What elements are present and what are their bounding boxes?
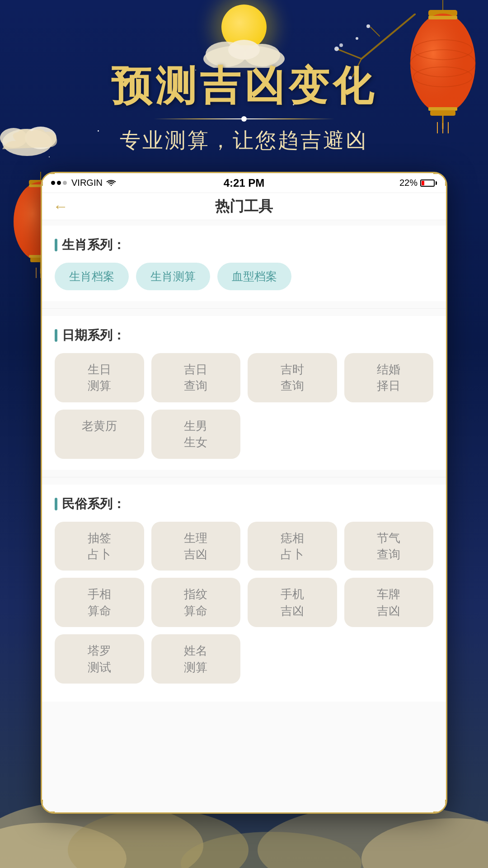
riqi-grid-row2: 老黄历 生男生女 <box>55 410 433 459</box>
minsu-empty-2 <box>344 634 434 684</box>
minsu-title: 民俗系列： <box>55 495 433 513</box>
status-right: 22% <box>399 178 437 188</box>
corner-bl <box>41 800 55 813</box>
corner-tl <box>41 172 55 186</box>
minsu-grid-row1: 抽签占卜 生理吉凶 痣相占卜 节气查询 <box>55 522 433 571</box>
minsu-title-text: 民俗系列： <box>62 495 125 513</box>
lantern-right-decoration <box>398 0 488 136</box>
status-time: 4:21 PM <box>224 177 265 189</box>
svg-point-11 <box>339 43 343 47</box>
tag-shouxiang-suanming[interactable]: 手相算命 <box>55 578 144 627</box>
battery-indicator <box>420 179 437 187</box>
nav-title: 热门工具 <box>215 197 273 217</box>
tag-shengli-jixiong[interactable]: 生理吉凶 <box>151 522 241 571</box>
svg-point-12 <box>356 37 358 40</box>
minsu-bar <box>55 498 57 510</box>
svg-point-3 <box>228 40 260 60</box>
tag-xingming-cesuan[interactable]: 姓名测算 <box>151 634 241 684</box>
riqi-title: 日期系列： <box>55 327 433 344</box>
carrier-label: VIRGIN <box>71 178 103 188</box>
shengxiao-tags: 生肖档案 生肖测算 血型档案 <box>55 263 433 290</box>
section-divider-2 <box>42 477 446 477</box>
tag-jiri-chaxun[interactable]: 吉日查询 <box>151 353 241 402</box>
svg-point-8 <box>334 47 339 51</box>
tag-laohuangli[interactable]: 老黄历 <box>55 410 144 459</box>
tag-jieqi-chaxun[interactable]: 节气查询 <box>344 522 434 571</box>
tag-shengri-cesuan[interactable]: 生日测算 <box>55 353 144 402</box>
tag-jiehun-zeri[interactable]: 结婚择日 <box>344 353 434 402</box>
content-scroll[interactable]: 生肖系列： 生肖档案 生肖测算 血型档案 日期系列： 生日测算 吉日查询 <box>42 220 446 812</box>
riqi-section: 日期系列： 生日测算 吉日查询 吉时查询 结婚择日 老黄历 生男生女 <box>42 316 446 470</box>
divider-dot <box>241 116 247 122</box>
status-bar: VIRGIN 4:21 PM 22% <box>42 173 446 193</box>
corner-br <box>433 800 447 813</box>
minsu-grid-row2: 手相算命 指纹算命 手机吉凶 车牌吉凶 <box>55 578 433 627</box>
tag-taluo-ceshi[interactable]: 塔罗测试 <box>55 634 144 684</box>
svg-rect-25 <box>430 110 455 116</box>
tag-shengxiao-dangan[interactable]: 生肖档案 <box>55 263 129 290</box>
nav-bar: ← 热门工具 <box>42 193 446 220</box>
signal-dot-2 <box>57 181 61 185</box>
svg-line-7 <box>371 27 380 36</box>
tag-shouji-jixiong[interactable]: 手机吉凶 <box>248 578 337 627</box>
tag-xuexing-dangan[interactable]: 血型档案 <box>217 263 291 290</box>
tag-zhixiang-zhanbu[interactable]: 痣相占卜 <box>248 522 337 571</box>
riqi-grid-row1: 生日测算 吉日查询 吉时查询 结婚择日 <box>55 353 433 402</box>
minsu-empty-1 <box>248 634 337 684</box>
minsu-grid-row3: 塔罗测试 姓名测算 <box>55 634 433 684</box>
corner-tr <box>433 172 447 186</box>
tag-chouqian-zhanbu[interactable]: 抽签占卜 <box>55 522 144 571</box>
background: 预测吉凶变化 专业测算，让您趋吉避凶 <box>0 0 488 868</box>
tag-sheng-nan-nv[interactable]: 生男生女 <box>151 410 241 459</box>
svg-rect-23 <box>428 16 457 19</box>
title-divider <box>154 118 334 119</box>
tag-zhiwen-suanming[interactable]: 指纹算命 <box>151 578 241 627</box>
back-button[interactable]: ← <box>53 198 68 215</box>
riqi-empty-1 <box>248 410 337 459</box>
wifi-icon <box>106 179 116 187</box>
battery-percent-label: 22% <box>399 178 418 188</box>
phone-mockup: VIRGIN 4:21 PM 22% <box>41 172 447 814</box>
shengxiao-bar <box>55 239 57 251</box>
shengxiao-title-text: 生肖系列： <box>62 236 125 254</box>
riqi-empty-2 <box>344 410 434 459</box>
riqi-title-text: 日期系列： <box>62 327 125 344</box>
svg-point-19 <box>410 14 475 113</box>
tag-shengxiao-cesuan[interactable]: 生肖测算 <box>136 263 210 290</box>
svg-line-5 <box>339 50 361 59</box>
tag-chepai-jixiong[interactable]: 车牌吉凶 <box>344 578 434 627</box>
tag-jishi-chaxun[interactable]: 吉时查询 <box>248 353 337 402</box>
shengxiao-title: 生肖系列： <box>55 236 433 254</box>
riqi-bar <box>55 329 57 342</box>
section-divider-1 <box>42 308 446 309</box>
svg-rect-24 <box>428 107 457 111</box>
shengxiao-section: 生肖系列： 生肖档案 生肖测算 血型档案 <box>42 226 446 301</box>
signal-dot-3 <box>63 181 67 185</box>
minsu-section: 民俗系列： 抽签占卜 生理吉凶 痣相占卜 节气查询 手相算命 指纹算命 手机吉凶… <box>42 485 446 702</box>
svg-point-10 <box>366 24 370 28</box>
